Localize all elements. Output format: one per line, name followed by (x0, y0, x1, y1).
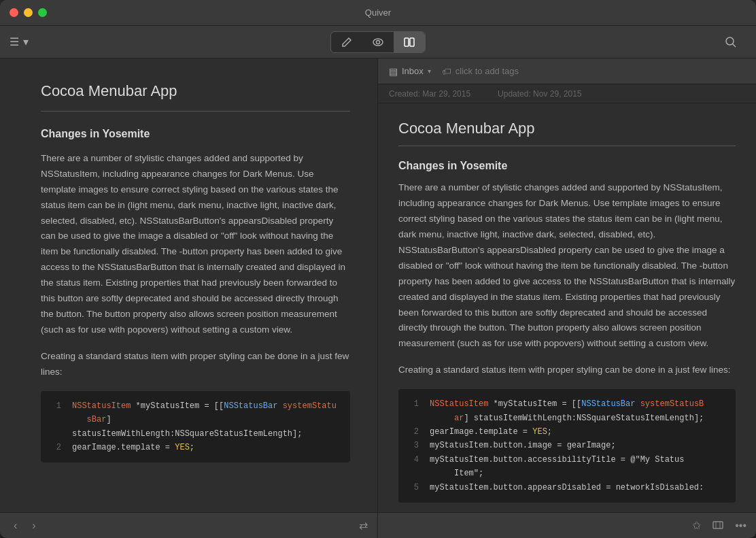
toolbar-left: ☰ ▾ (10, 35, 29, 48)
code-line-2: 2 gearImage.template = YES; (50, 441, 341, 454)
preview-title-divider (398, 146, 736, 146)
svg-rect-3 (410, 38, 414, 46)
svg-point-1 (377, 40, 380, 44)
prev-note-button[interactable]: ‹ (10, 518, 21, 533)
editor-paragraph-2: Creating a standard status item with pro… (41, 349, 350, 380)
view-toggle (330, 31, 426, 53)
preview-code-line-3: 3 myStatusItem.button.image = gearImage; (408, 439, 726, 452)
toolbar-right (715, 32, 746, 52)
share-icon[interactable] (712, 518, 724, 533)
preview-content[interactable]: Cocoa Menubar App Changes in Yosemite Th… (378, 103, 756, 512)
editor-code-block[interactable]: 1 NSStatusItem *myStatusItem = [[NSStatu… (41, 391, 350, 463)
tags-placeholder: click to add tags (456, 66, 519, 76)
updated-date: Updated: Nov 29, 2015 (498, 89, 581, 99)
preview-meta: Created: Mar 29, 2015 Updated: Nov 29, 2… (378, 84, 756, 103)
preview-header: ▤ Inbox ▾ 🏷 click to add tags (378, 58, 756, 84)
toolbar: ☰ ▾ (0, 26, 756, 58)
split-mode-button[interactable] (394, 32, 425, 52)
svg-rect-6 (713, 522, 723, 528)
preview-title: Cocoa Menubar App (398, 120, 736, 137)
minimize-button[interactable] (24, 8, 33, 17)
maximize-button[interactable] (38, 8, 47, 17)
created-date: Created: Mar 29, 2015 (389, 89, 470, 99)
preview-code-line-1: 1 NSStatusItem *myStatusItem = [[NSStatu… (408, 397, 726, 425)
preview-mode-button[interactable] (362, 32, 394, 52)
more-options-icon[interactable]: ••• (735, 520, 746, 532)
preview-paragraph-1: There are a number of stylistic changes … (398, 180, 736, 352)
title-bar: Quiver (0, 0, 756, 26)
editor-paragraph-1: There are a number of stylistic changes … (41, 151, 350, 338)
notebook-dropdown-arrow: ▾ (428, 67, 431, 75)
traffic-lights (10, 8, 47, 17)
preview-bottom-bar: ✩ ••• (378, 512, 756, 538)
svg-point-4 (726, 37, 734, 45)
chevron-icon[interactable]: ▾ (23, 35, 29, 48)
editor-heading: Changes in Yosemite (41, 125, 350, 143)
preview-code-line-5: 5 myStatusItem.button.appearsDisabled = … (408, 481, 726, 494)
svg-line-5 (733, 44, 736, 47)
preview-paragraph-2: Creating a standard status item with pro… (398, 363, 736, 378)
preview-code-line-2: 2 gearImage.template = YES; (408, 425, 726, 439)
svg-point-0 (373, 39, 383, 46)
preview-heading: Changes in Yosemite (398, 160, 736, 172)
edit-mode-button[interactable] (331, 32, 362, 52)
editor-bottom-bar: ‹ › ⇄ (0, 512, 377, 538)
preview-code-block: 1 NSStatusItem *myStatusItem = [[NSStatu… (398, 389, 736, 503)
inbox-icon: ▤ (389, 66, 398, 77)
editor-panel: Cocoa Menubar App Changes in Yosemite Th… (0, 58, 378, 538)
star-icon[interactable]: ✩ (692, 519, 701, 532)
editor-title: Cocoa Menubar App (41, 79, 350, 103)
editor-title-divider (41, 111, 350, 112)
notebook-name: Inbox (402, 66, 424, 76)
search-button[interactable] (715, 32, 746, 52)
window-title: Quiver (365, 7, 391, 18)
next-note-button[interactable]: › (28, 518, 39, 533)
close-button[interactable] (10, 8, 18, 17)
tag-icon: 🏷 (442, 66, 451, 77)
editor-content[interactable]: Cocoa Menubar App Changes in Yosemite Th… (0, 58, 377, 512)
tags-area[interactable]: 🏷 click to add tags (442, 66, 519, 77)
main-content: Cocoa Menubar App Changes in Yosemite Th… (0, 58, 756, 538)
app-window: Quiver ☰ ▾ (0, 0, 756, 538)
hamburger-icon[interactable]: ☰ (10, 35, 19, 48)
sync-icon: ⇄ (359, 519, 368, 532)
svg-rect-2 (405, 38, 409, 46)
preview-panel: ▤ Inbox ▾ 🏷 click to add tags Created: M… (378, 58, 756, 538)
preview-code-line-4: 4 myStatusItem.button.accessibilityTitle… (408, 453, 726, 481)
code-line-1: 1 NSStatusItem *myStatusItem = [[NSStatu… (50, 399, 341, 441)
notebook-badge[interactable]: ▤ Inbox ▾ (389, 66, 431, 77)
nav-arrows: ‹ › (10, 518, 40, 533)
